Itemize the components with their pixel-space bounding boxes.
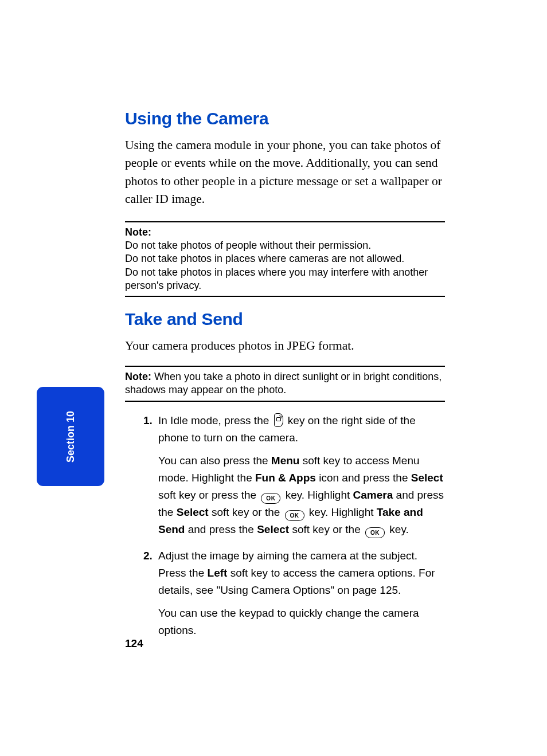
bold-select: Select [411, 472, 443, 484]
step-2: 2. Adjust the image by aiming the camera… [125, 547, 445, 639]
page: Section 10 Using the Camera Using the ca… [0, 0, 547, 756]
rule [125, 401, 445, 402]
content-area: Using the Camera Using the camera module… [125, 109, 445, 648]
note-label: Note: [125, 371, 151, 382]
step-text: Adjust the image by aiming the camera at… [158, 547, 445, 599]
note-text: Do not take photos in places where camer… [125, 253, 404, 264]
rule [125, 296, 445, 297]
section-tab-label: Section 10 [65, 410, 77, 462]
step-list: 1. In Idle mode, press the key on the ri… [125, 412, 445, 639]
text: soft key or press the [158, 489, 259, 501]
text: key. Highlight [306, 506, 377, 518]
step-number: 1. [143, 412, 153, 429]
bold-menu: Menu [271, 455, 300, 467]
ok-key-icon: OK [261, 493, 280, 504]
text: In Idle mode, press the [158, 414, 272, 426]
note-text: When you take a photo in direct sunlight… [125, 371, 441, 395]
bold-camera: Camera [353, 489, 393, 501]
step-text: You can also press the Menu soft key to … [158, 452, 445, 538]
step-number: 2. [143, 547, 153, 565]
text: You can also press the [158, 455, 271, 467]
text: soft key or the [289, 523, 364, 535]
ok-key-icon: OK [285, 510, 304, 521]
page-number: 124 [125, 637, 143, 650]
text: key. [386, 523, 409, 535]
note-block-1: Note: Do not take photos of people witho… [125, 226, 445, 293]
intro-paragraph: Using the camera module in your phone, y… [125, 136, 445, 209]
bold-left: Left [208, 567, 228, 579]
text: You can use the keypad to quickly change… [158, 607, 419, 636]
bold-select: Select [257, 523, 289, 535]
text: and press the [185, 523, 257, 535]
paragraph-jpeg: Your camera produces photos in JPEG form… [125, 337, 445, 355]
text: key. Highlight [282, 489, 353, 501]
text: soft key or the [209, 506, 283, 518]
bold-fun-apps: Fun & Apps [255, 472, 316, 484]
ok-key-icon: OK [365, 527, 385, 538]
note-block-2: Note: When you take a photo in direct su… [125, 370, 445, 397]
section-tab: Section 10 [37, 387, 104, 486]
rule [125, 366, 445, 367]
note-label: Note: [125, 226, 151, 238]
text: icon and press the [316, 472, 411, 484]
rule [125, 221, 445, 222]
step-text: In Idle mode, press the key on the right… [158, 412, 445, 446]
step-1: 1. In Idle mode, press the key on the ri… [125, 412, 445, 538]
note-text: Do not take photos of people without the… [125, 240, 371, 251]
heading-take-and-send: Take and Send [125, 310, 445, 329]
step-text: You can use the keypad to quickly change… [158, 605, 445, 639]
heading-using-the-camera: Using the Camera [125, 109, 445, 128]
camera-key-icon [274, 413, 283, 427]
bold-select: Select [177, 506, 209, 518]
note-text: Do not take photos in places where you m… [125, 267, 428, 291]
